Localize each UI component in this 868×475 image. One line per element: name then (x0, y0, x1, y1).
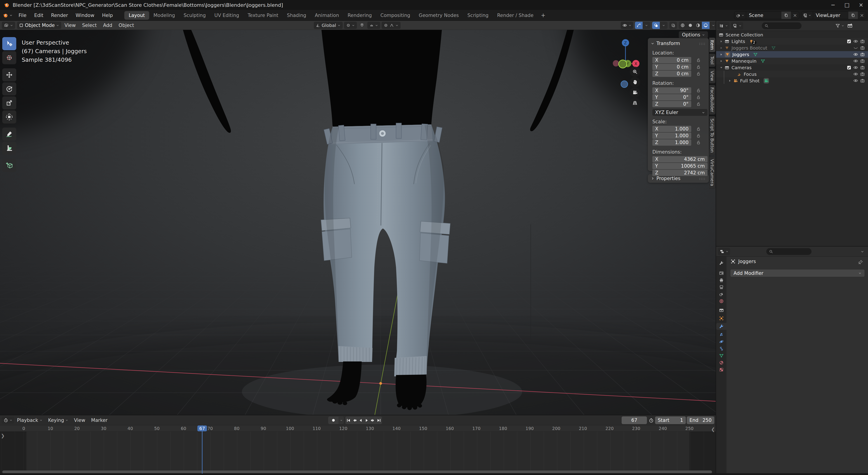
previous-keyframe-button[interactable] (351, 416, 358, 424)
lock-icon[interactable] (696, 102, 701, 106)
frame-start-field[interactable]: Start1 (655, 416, 686, 424)
tool-rotate[interactable] (2, 82, 16, 95)
scale-x-field[interactable]: X1.000 (652, 126, 691, 132)
eye-icon[interactable] (853, 39, 858, 43)
menu-keying[interactable]: Keying (45, 418, 71, 423)
orthographic-toggle-button[interactable] (630, 98, 640, 108)
mode-dropdown[interactable]: Object Mode (17, 22, 61, 29)
next-keyframe-button[interactable] (370, 416, 376, 424)
tab-collection[interactable] (716, 307, 726, 314)
pan-button[interactable] (630, 77, 640, 87)
tab-object[interactable] (716, 315, 726, 322)
tab-modifiers[interactable] (716, 323, 726, 330)
tab-physics[interactable] (716, 338, 726, 345)
expand-arrow-icon[interactable] (720, 59, 723, 63)
transform-orientation-dropdown[interactable]: Global (314, 22, 343, 29)
tab-particles[interactable] (716, 331, 726, 338)
lock-icon[interactable] (696, 71, 701, 76)
location-y-field[interactable]: Y0 cm (652, 64, 691, 70)
dimensions-z-field[interactable]: Z2742 cm (652, 170, 708, 176)
tab-sculpting[interactable]: Sculpting (179, 11, 210, 20)
sidebar-tab-virtucamera[interactable]: VirtuCamera (709, 156, 715, 189)
scale-y-field[interactable]: Y1.000 (652, 132, 691, 139)
camera-icon[interactable] (860, 72, 865, 77)
expand-arrow-icon[interactable] (720, 47, 723, 50)
new-collection-button[interactable] (847, 23, 852, 29)
tab-scene[interactable] (716, 291, 726, 297)
menu-marker[interactable]: Marker (88, 418, 111, 423)
tab-compositing[interactable]: Compositing (376, 11, 414, 20)
menu-render[interactable]: Render (47, 11, 72, 20)
tab-rendering[interactable]: Rendering (343, 11, 376, 20)
outliner-row-joggers[interactable]: Joggers (716, 51, 868, 58)
jump-to-end-button[interactable] (376, 416, 382, 424)
lock-icon[interactable] (696, 127, 701, 131)
minimize-button[interactable]: − (826, 0, 840, 10)
use-preview-range-icon[interactable] (649, 418, 654, 423)
tab-object-data[interactable] (716, 352, 726, 359)
expand-arrow-icon[interactable] (728, 79, 732, 82)
tool-add-cube[interactable] (2, 159, 16, 172)
auto-keying-dropdown[interactable] (339, 416, 344, 424)
properties-search-input[interactable] (766, 248, 811, 255)
outliner-row-focus[interactable]: Focus (716, 71, 868, 77)
auto-keying-button[interactable] (328, 416, 339, 424)
navigation-gizmo[interactable]: Z Y X (608, 36, 647, 72)
menu-window[interactable]: Window (72, 11, 98, 20)
rotation-y-field[interactable]: Y0° (652, 94, 691, 100)
panel-drag-handle[interactable]: :::: (699, 176, 706, 181)
pivot-point-dropdown[interactable] (344, 22, 357, 29)
dimensions-y-field[interactable]: Y10065 cm (652, 163, 708, 169)
eye-icon[interactable] (853, 65, 858, 70)
outliner-row-mannequin[interactable]: Mannequin (716, 58, 868, 64)
view-layer-selector[interactable]: ViewLayer × (801, 11, 866, 19)
tab-view-layer[interactable] (716, 284, 726, 291)
tab-render-shade[interactable]: Render / Shade (493, 11, 538, 20)
tab-geometry-nodes[interactable]: Geometry Nodes (414, 11, 463, 20)
new-view-layer-button[interactable] (848, 11, 858, 19)
visibility-dropdown[interactable] (621, 22, 633, 29)
outliner-row-scene-collection[interactable]: Scene Collection (716, 31, 868, 38)
transform-panel-header[interactable]: Transform :::: (648, 38, 709, 47)
outliner-search-input[interactable] (762, 22, 802, 29)
tab-shading[interactable]: Shading (283, 11, 310, 20)
menu-add[interactable]: Add (100, 23, 116, 28)
expand-arrow-icon[interactable] (720, 53, 723, 56)
lock-icon[interactable] (696, 133, 701, 138)
location-z-field[interactable]: Z0 cm (652, 70, 691, 77)
gizmos-dropdown[interactable] (643, 22, 650, 29)
add-workspace-button[interactable]: + (538, 12, 549, 19)
collapse-region-arrow[interactable]: ❮ (711, 426, 715, 432)
tool-annotate[interactable] (2, 127, 16, 141)
options-dropdown[interactable]: Options (679, 31, 708, 38)
eye-closed-icon[interactable] (853, 46, 858, 50)
play-reverse-button[interactable] (358, 416, 364, 424)
tool-scale[interactable] (2, 96, 16, 110)
lock-icon[interactable] (696, 88, 701, 93)
shading-dropdown[interactable] (710, 22, 716, 29)
gizmos-toggle[interactable] (635, 22, 643, 29)
proportional-editing-dropdown[interactable] (381, 22, 401, 29)
tab-tool[interactable] (716, 260, 726, 266)
menu-help[interactable]: Help (98, 11, 117, 20)
sidebar-tab-view[interactable]: View (709, 68, 715, 84)
tab-output[interactable] (716, 277, 726, 284)
sidebar-tab-item[interactable]: Item (709, 37, 715, 52)
properties-editor-type-button[interactable] (718, 248, 730, 255)
remove-view-layer-button[interactable]: × (858, 12, 866, 18)
menu-file[interactable]: File (15, 11, 30, 20)
properties-options-dropdown[interactable] (861, 250, 864, 253)
camera-icon[interactable] (860, 39, 865, 43)
shading-rendered-button[interactable] (702, 22, 710, 29)
playhead[interactable] (202, 425, 203, 474)
outliner-row-cameras[interactable]: Cameras (716, 64, 868, 71)
jump-to-start-button[interactable] (345, 416, 351, 424)
sidebar-tab-script-to-button[interactable]: Script To Button (709, 116, 715, 155)
eye-icon[interactable] (853, 59, 858, 63)
timeline-ruler[interactable]: 0102030405060708090100110120130140150160… (0, 425, 716, 432)
frame-end-field[interactable]: End250 (687, 416, 714, 424)
checkbox-icon[interactable] (847, 39, 851, 43)
3d-viewport[interactable]: Object Mode View Select Add Object Globa… (0, 21, 716, 415)
tab-layout[interactable]: Layout (124, 11, 149, 20)
unlink-scene-button[interactable]: × (791, 12, 799, 18)
